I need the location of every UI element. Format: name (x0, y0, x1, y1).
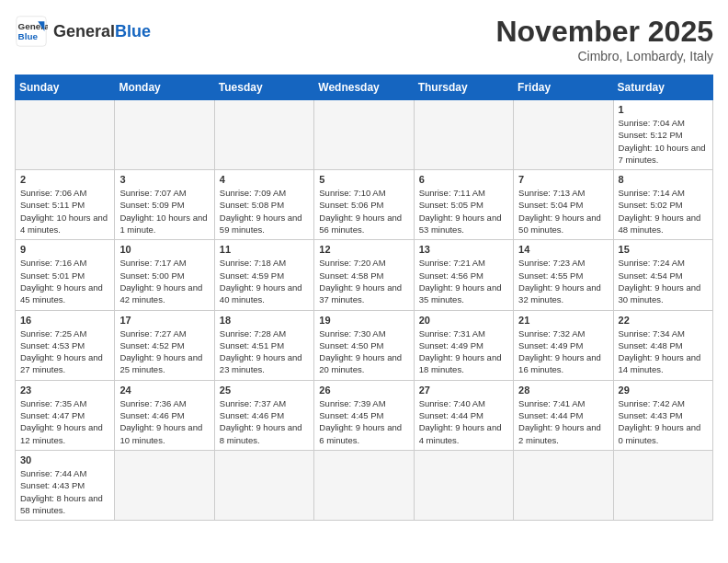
day-info: Sunrise: 7:31 AM Sunset: 4:49 PM Dayligh… (419, 327, 508, 376)
weekday-header-thursday: Thursday (414, 75, 513, 100)
day-info: Sunrise: 7:39 AM Sunset: 4:45 PM Dayligh… (319, 397, 408, 446)
day-number: 11 (220, 244, 309, 255)
calendar-day: 19Sunrise: 7:30 AM Sunset: 4:50 PM Dayli… (314, 310, 414, 380)
calendar-day: 26Sunrise: 7:39 AM Sunset: 4:45 PM Dayli… (314, 380, 414, 450)
calendar-day: 5Sunrise: 7:10 AM Sunset: 5:06 PM Daylig… (314, 170, 414, 240)
day-info: Sunrise: 7:18 AM Sunset: 4:59 PM Dayligh… (220, 257, 309, 305)
calendar-day: 15Sunrise: 7:24 AM Sunset: 4:54 PM Dayli… (613, 240, 712, 310)
calendar-day: 3Sunrise: 7:07 AM Sunset: 5:09 PM Daylig… (115, 170, 214, 240)
calendar-day: 2Sunrise: 7:06 AM Sunset: 5:11 PM Daylig… (16, 170, 115, 240)
logo-general: General (53, 22, 115, 40)
weekday-header-saturday: Saturday (613, 75, 712, 100)
day-number: 23 (20, 385, 109, 396)
day-number: 18 (220, 315, 309, 326)
calendar-day: 1Sunrise: 7:04 AM Sunset: 5:12 PM Daylig… (613, 100, 712, 170)
day-number: 6 (419, 174, 508, 185)
calendar-day (314, 100, 414, 170)
calendar-day (115, 450, 214, 520)
calendar-day: 27Sunrise: 7:40 AM Sunset: 4:44 PM Dayli… (414, 380, 513, 450)
day-number: 10 (119, 244, 209, 255)
day-info: Sunrise: 7:36 AM Sunset: 4:46 PM Dayligh… (119, 397, 209, 446)
calendar-day: 21Sunrise: 7:32 AM Sunset: 4:49 PM Dayli… (514, 310, 613, 380)
day-number: 7 (518, 174, 608, 185)
day-number: 13 (419, 244, 508, 255)
day-number: 2 (20, 174, 109, 185)
day-info: Sunrise: 7:06 AM Sunset: 5:11 PM Dayligh… (20, 187, 109, 236)
day-number: 24 (119, 385, 209, 396)
calendar-day: 10Sunrise: 7:17 AM Sunset: 5:00 PM Dayli… (115, 240, 214, 310)
calendar-day: 18Sunrise: 7:28 AM Sunset: 4:51 PM Dayli… (214, 310, 313, 380)
day-info: Sunrise: 7:41 AM Sunset: 4:44 PM Dayligh… (518, 397, 608, 446)
day-number: 25 (220, 385, 309, 396)
calendar-table: SundayMondayTuesdayWednesdayThursdayFrid… (15, 75, 713, 521)
day-info: Sunrise: 7:32 AM Sunset: 4:49 PM Dayligh… (518, 327, 608, 376)
weekday-header-tuesday: Tuesday (214, 75, 313, 100)
calendar-week-1: 2Sunrise: 7:06 AM Sunset: 5:11 PM Daylig… (16, 170, 713, 240)
day-info: Sunrise: 7:25 AM Sunset: 4:53 PM Dayligh… (20, 327, 109, 376)
calendar-day: 6Sunrise: 7:11 AM Sunset: 5:05 PM Daylig… (414, 170, 513, 240)
calendar-day: 16Sunrise: 7:25 AM Sunset: 4:53 PM Dayli… (16, 310, 115, 380)
day-number: 22 (619, 315, 708, 326)
day-number: 26 (319, 385, 408, 396)
weekday-header-wednesday: Wednesday (314, 75, 414, 100)
calendar-day: 22Sunrise: 7:34 AM Sunset: 4:48 PM Dayli… (613, 310, 712, 380)
calendar-day: 30Sunrise: 7:44 AM Sunset: 4:43 PM Dayli… (16, 450, 115, 520)
day-info: Sunrise: 7:27 AM Sunset: 4:52 PM Dayligh… (119, 327, 209, 376)
weekday-header-monday: Monday (115, 75, 214, 100)
calendar-day: 20Sunrise: 7:31 AM Sunset: 4:49 PM Dayli… (414, 310, 513, 380)
day-info: Sunrise: 7:44 AM Sunset: 4:43 PM Dayligh… (20, 467, 109, 516)
day-number: 4 (220, 174, 309, 185)
day-number: 15 (619, 244, 708, 255)
day-info: Sunrise: 7:23 AM Sunset: 4:55 PM Dayligh… (518, 257, 608, 305)
day-number: 8 (619, 174, 708, 185)
calendar-day (214, 100, 313, 170)
day-number: 20 (419, 315, 508, 326)
location-subtitle: Cimbro, Lombardy, Italy (495, 49, 713, 63)
calendar-day: 17Sunrise: 7:27 AM Sunset: 4:52 PM Dayli… (115, 310, 214, 380)
day-number: 29 (619, 385, 708, 396)
calendar-day: 8Sunrise: 7:14 AM Sunset: 5:02 PM Daylig… (613, 170, 712, 240)
month-title: November 2025 (495, 15, 713, 49)
svg-text:Blue: Blue (18, 31, 39, 41)
day-info: Sunrise: 7:14 AM Sunset: 5:02 PM Dayligh… (619, 187, 708, 236)
day-info: Sunrise: 7:42 AM Sunset: 4:43 PM Dayligh… (619, 397, 708, 446)
calendar-day: 23Sunrise: 7:35 AM Sunset: 4:47 PM Dayli… (16, 380, 115, 450)
calendar-day: 9Sunrise: 7:16 AM Sunset: 5:01 PM Daylig… (16, 240, 115, 310)
day-number: 14 (518, 244, 608, 255)
calendar-day: 11Sunrise: 7:18 AM Sunset: 4:59 PM Dayli… (214, 240, 313, 310)
calendar-day (314, 450, 414, 520)
day-number: 19 (319, 315, 408, 326)
calendar-day (414, 450, 513, 520)
day-number: 1 (619, 104, 708, 115)
logo-blue: Blue (115, 22, 151, 40)
calendar-day: 12Sunrise: 7:20 AM Sunset: 4:58 PM Dayli… (314, 240, 414, 310)
page-header: General Blue GeneralBlue November 2025 C… (15, 15, 713, 63)
calendar-week-5: 30Sunrise: 7:44 AM Sunset: 4:43 PM Dayli… (16, 450, 713, 520)
day-info: Sunrise: 7:35 AM Sunset: 4:47 PM Dayligh… (20, 397, 109, 446)
day-info: Sunrise: 7:21 AM Sunset: 4:56 PM Dayligh… (419, 257, 508, 305)
calendar-day (514, 100, 613, 170)
calendar-day: 7Sunrise: 7:13 AM Sunset: 5:04 PM Daylig… (514, 170, 613, 240)
calendar-week-2: 9Sunrise: 7:16 AM Sunset: 5:01 PM Daylig… (16, 240, 713, 310)
day-info: Sunrise: 7:10 AM Sunset: 5:06 PM Dayligh… (319, 187, 408, 236)
day-number: 30 (20, 454, 109, 465)
day-info: Sunrise: 7:20 AM Sunset: 4:58 PM Dayligh… (319, 257, 408, 305)
calendar-title-area: November 2025 Cimbro, Lombardy, Italy (495, 15, 713, 63)
day-number: 21 (518, 315, 608, 326)
calendar-day: 29Sunrise: 7:42 AM Sunset: 4:43 PM Dayli… (613, 380, 712, 450)
calendar-day (514, 450, 613, 520)
day-info: Sunrise: 7:24 AM Sunset: 4:54 PM Dayligh… (619, 257, 708, 305)
calendar-week-4: 23Sunrise: 7:35 AM Sunset: 4:47 PM Dayli… (16, 380, 713, 450)
logo-icon: General Blue (15, 15, 48, 48)
calendar-day: 28Sunrise: 7:41 AM Sunset: 4:44 PM Dayli… (514, 380, 613, 450)
calendar-day (613, 450, 712, 520)
day-number: 17 (119, 315, 209, 326)
day-info: Sunrise: 7:17 AM Sunset: 5:00 PM Dayligh… (119, 257, 209, 305)
day-number: 16 (20, 315, 109, 326)
day-number: 28 (518, 385, 608, 396)
weekday-header-sunday: Sunday (16, 75, 115, 100)
day-number: 9 (20, 244, 109, 255)
calendar-day: 4Sunrise: 7:09 AM Sunset: 5:08 PM Daylig… (214, 170, 313, 240)
calendar-week-0: 1Sunrise: 7:04 AM Sunset: 5:12 PM Daylig… (16, 100, 713, 170)
day-info: Sunrise: 7:09 AM Sunset: 5:08 PM Dayligh… (220, 187, 309, 236)
